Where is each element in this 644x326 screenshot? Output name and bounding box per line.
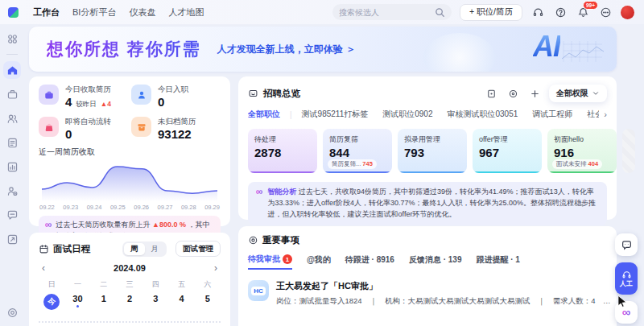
pipeline-card[interactable]: offer管理967 — [473, 129, 542, 173]
calendar-day[interactable]: 30 — [64, 294, 90, 314]
important-tab[interactable]: 反馈消息 · 139 — [409, 254, 462, 270]
important-tab[interactable]: 跟进提醒 · 1 — [476, 254, 519, 270]
topnav-items: 工作台BI分析平台仪表盘人才地图 — [33, 6, 204, 19]
topnav-right: + 职位/简历 99+ — [332, 4, 634, 21]
position-tab[interactable]: 社会内推测试0716 — [587, 109, 599, 120]
toggle-month[interactable]: 月 — [145, 243, 166, 255]
stat-auto-flow[interactable]: 即将自动流转 0 — [39, 117, 128, 141]
notifications-bell-icon[interactable]: 99+ — [576, 5, 590, 19]
banner-sparkline-decoration — [560, 38, 605, 65]
add-widget-icon[interactable] — [527, 86, 542, 101]
banner-subtitle[interactable]: 人才发现全新上线，立即体验 — [217, 43, 343, 56]
search-icon[interactable] — [434, 5, 446, 19]
important-tab[interactable]: @我的 — [307, 254, 331, 270]
sidebar-item-user-settings[interactable] — [3, 182, 21, 200]
schedule-title: 面试日程 — [53, 243, 90, 255]
important-tab[interactable]: 待跟进 · 8916 — [345, 254, 394, 270]
chatbot-button[interactable] — [615, 233, 638, 256]
app-logo[interactable] — [8, 7, 19, 18]
add-job-resume-button[interactable]: + 职位/简历 — [460, 4, 522, 21]
position-tab[interactable]: 全部职位 — [248, 109, 280, 120]
next-month-arrow[interactable]: › — [214, 263, 217, 273]
human-service-button[interactable]: 人工 — [615, 262, 638, 295]
week-month-toggle[interactable]: 周 月 — [122, 241, 167, 257]
save-view-icon[interactable] — [484, 86, 498, 101]
tabs-more-arrow[interactable]: › — [604, 109, 607, 119]
pipeline-card[interactable]: 简历复筛844简历复筛... 745 — [323, 129, 392, 173]
ai-analysis-label[interactable]: 智能分析 — [268, 188, 297, 196]
stat-value: 0 — [65, 127, 72, 141]
sidebar-item-home[interactable] — [3, 61, 21, 79]
support-headset-icon[interactable] — [530, 5, 545, 19]
calendar-day[interactable]: 3 — [142, 294, 168, 314]
weekday-label: 一 — [64, 279, 90, 290]
prev-month-arrow[interactable]: ‹ — [42, 263, 45, 273]
banner-title: 想你所想 荐你所需 — [47, 38, 201, 60]
main-content: 想你所想 荐你所需 人才发现全新上线，立即体验 ＞ AI — [24, 24, 644, 326]
search-input[interactable] — [339, 8, 434, 17]
settings-gear-icon[interactable] — [506, 86, 520, 101]
approval-list-item[interactable]: HC 王大易发起了「HC审批」 岗位：测试批量导入1824 ｜ 机构：大易测试大… — [248, 280, 607, 307]
important-target-icon — [248, 235, 258, 246]
important-tab[interactable]: 待我审批1 — [248, 254, 292, 270]
calendar-day[interactable]: 4 — [168, 294, 194, 314]
mouse-cursor — [617, 295, 629, 307]
pipeline-card[interactable]: 待处理2878 — [248, 129, 317, 173]
weekday-label: 四 — [142, 279, 168, 290]
more-options-icon[interactable] — [598, 5, 613, 19]
pipeline-card-placeholder — [622, 129, 635, 173]
sidebar-item-external[interactable] — [3, 230, 21, 248]
nav-item-3[interactable]: 仪表盘 — [129, 6, 155, 19]
stat-unarchived[interactable]: 未归档简历 93122 — [131, 117, 221, 141]
permission-dropdown[interactable]: 全部权限 — [549, 85, 607, 102]
headset-icon — [621, 270, 632, 280]
stat-delta-value: ▲4 — [101, 100, 111, 108]
position-tab[interactable]: 测试985211打标签 — [302, 109, 369, 120]
user-avatar[interactable] — [621, 6, 634, 19]
pipeline-card-value: 793 — [404, 146, 460, 159]
today-marker: 今 — [43, 294, 60, 310]
sidebar-item-messages[interactable] — [3, 206, 21, 224]
day-event-dot — [76, 305, 79, 307]
ai-assistant-button[interactable]: ∞ — [615, 301, 638, 324]
sidebar-item-apps[interactable] — [3, 30, 21, 47]
external-link-icon — [6, 233, 19, 246]
candidate-search-box[interactable] — [332, 4, 452, 20]
nav-item-4[interactable]: 人才地图 — [168, 6, 204, 19]
calendar-day[interactable]: 5 — [195, 294, 221, 314]
nav-item-1[interactable]: 工作台 — [33, 6, 60, 19]
help-icon[interactable] — [553, 5, 568, 19]
calendar-day[interactable]: 今 — [39, 294, 64, 314]
position-tab[interactable]: 审核测试职位03051 — [448, 109, 518, 120]
sidebar-item-target[interactable] — [3, 303, 21, 321]
nav-item-2[interactable]: BI分析平台 — [72, 6, 116, 19]
sidebar-item-resumes[interactable] — [3, 134, 21, 151]
stat-today-resumes[interactable]: 今日收取简历 4 较昨日 ▲4 — [39, 85, 128, 109]
weekday-label: 二 — [91, 279, 117, 290]
sidebar-divider — [6, 54, 18, 55]
pipeline-card[interactable]: 初面hello916面试未安排 404 — [547, 129, 617, 173]
approval-item-title[interactable]: 王大易发起了「HC审批」 — [276, 280, 614, 292]
resume-collect-icon — [39, 85, 59, 105]
position-tab[interactable]: 调试工程师 — [532, 109, 572, 120]
ai-infinity-icon: ∞ — [256, 187, 263, 197]
position-tabs: 全部职位|测试985211打标签测试职位0902审核测试职位03051调试工程师… — [248, 109, 599, 120]
sidebar-item-jobs[interactable] — [3, 85, 21, 103]
chat-settings-icon — [6, 209, 19, 221]
tab-divider: | — [290, 110, 292, 119]
resume-icon — [6, 137, 19, 149]
calendar-day[interactable]: 2 — [117, 294, 142, 314]
sidebar-item-candidates[interactable] — [3, 109, 21, 127]
overview-icon — [248, 89, 258, 99]
sidebar-item-reports[interactable] — [3, 158, 21, 175]
promo-banner[interactable]: 想你所想 荐你所需 人才发现全新上线，立即体验 ＞ AI — [29, 27, 617, 72]
banner-cta-arrow[interactable]: ＞ — [346, 43, 356, 56]
toggle-week[interactable]: 周 — [124, 243, 145, 255]
calendar-day[interactable]: 1 — [91, 294, 117, 314]
floating-actions: 人工 ∞ — [615, 233, 638, 324]
pipeline-card[interactable]: 拟录用管理793 — [398, 129, 467, 173]
interview-manage-button[interactable]: 面试管理 — [175, 241, 221, 257]
position-tab[interactable]: 测试职位0902 — [382, 109, 432, 120]
human-service-label: 人工 — [620, 281, 633, 287]
stat-today-onboard[interactable]: 今日入职 0 — [131, 85, 221, 109]
